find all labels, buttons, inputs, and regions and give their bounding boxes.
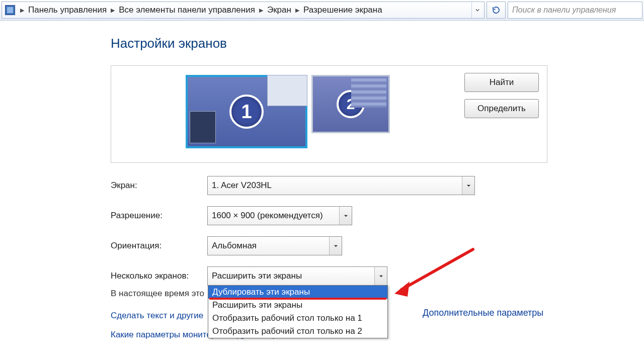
monitor-1[interactable]: 1 (186, 75, 307, 148)
chevron-right-icon: ▶ (108, 7, 118, 14)
monitor-number: 1 (229, 95, 264, 129)
chevron-right-icon: ▶ (17, 7, 27, 14)
dropdown-option[interactable]: Расширить эти экраны (208, 299, 387, 312)
chevron-right-icon: ▶ (256, 7, 266, 14)
orientation-value: Альбомная (212, 241, 257, 251)
breadcrumb[interactable]: ▶ Панель управления ▶ Все элементы панел… (2, 2, 485, 19)
refresh-button[interactable] (487, 2, 506, 19)
breadcrumb-dropdown[interactable] (471, 2, 483, 18)
label-resolution: Разрешение: (111, 211, 207, 221)
breadcrumb-item[interactable]: Все элементы панели управления (118, 4, 256, 16)
window-thumbnail-icon (190, 111, 216, 143)
detect-button[interactable]: Найти (464, 73, 539, 92)
display-preview: 1 2 Найти Определить (111, 65, 547, 163)
resolution-select[interactable]: 1600 × 900 (рекомендуется) (207, 206, 352, 225)
address-bar: ▶ Панель управления ▶ Все элементы панел… (0, 0, 644, 21)
display-value: 1. Acer V203HL (212, 180, 272, 191)
advanced-settings-link[interactable]: Дополнительные параметры (423, 308, 543, 318)
breadcrumb-item[interactable]: Экран (266, 4, 292, 16)
monitor-2[interactable]: 2 (311, 75, 390, 133)
multiple-displays-select[interactable]: Расширить эти экраны Дублировать эти экр… (207, 266, 387, 286)
chevron-down-icon (374, 267, 387, 285)
chevron-right-icon: ▶ (292, 7, 302, 14)
identify-button[interactable]: Определить (464, 99, 539, 118)
dropdown-option[interactable]: Отобразить рабочий стол только на 1 (208, 312, 387, 325)
dropdown-option[interactable]: Дублировать эти экраны (208, 286, 387, 299)
orientation-select[interactable]: Альбомная (207, 236, 342, 255)
label-display: Экран: (111, 180, 207, 191)
label-orientation: Ориентация: (111, 241, 207, 251)
label-multi: Несколько экранов: (111, 271, 207, 281)
resolution-value: 1600 × 900 (рекомендуется) (212, 211, 323, 221)
content-area: Настройки экранов 1 2 Найти Определить Э… (0, 21, 644, 340)
window-thumbnail-icon (267, 75, 307, 106)
window-thumbnail-icon (351, 78, 386, 108)
display-select[interactable]: 1. Acer V203HL (207, 176, 475, 195)
control-panel-icon (5, 5, 15, 15)
chevron-down-icon (329, 237, 342, 255)
dropdown-option[interactable]: Отобразить рабочий стол только на 2 (208, 325, 387, 338)
chevron-down-icon (462, 176, 474, 195)
multiple-displays-dropdown: Дублировать эти экраны Расширить эти экр… (208, 285, 388, 338)
multi-value: Расширить эти экраны (212, 271, 302, 281)
breadcrumb-item[interactable]: Разрешение экрана (302, 4, 383, 16)
chevron-down-icon (339, 207, 352, 225)
search-placeholder: Поиск в панели управления (512, 6, 616, 15)
annotation-underline (209, 298, 386, 300)
search-input[interactable]: Поиск в панели управления (508, 2, 642, 19)
page-title: Настройки экранов (111, 36, 644, 51)
breadcrumb-item[interactable]: Панель управления (27, 4, 108, 16)
